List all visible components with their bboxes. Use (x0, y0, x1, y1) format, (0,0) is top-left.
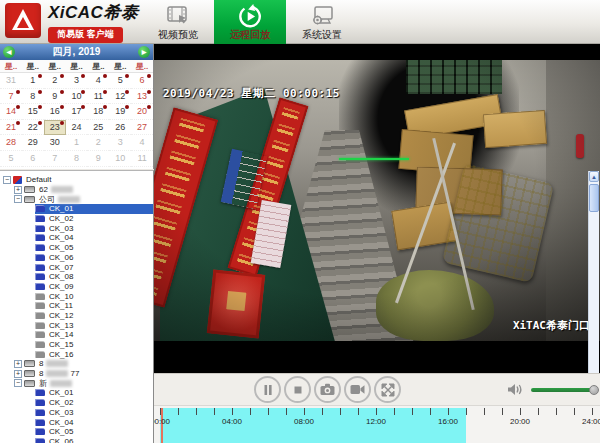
tree-item[interactable]: CK_07 (0, 262, 153, 272)
calendar-day[interactable]: 11 (131, 151, 153, 167)
tree-item[interactable]: CK_14 (0, 330, 153, 340)
calendar-day[interactable]: 4 (87, 73, 109, 89)
calendar-day[interactable]: 14 (0, 104, 22, 120)
volume-slider-thumb[interactable] (589, 385, 599, 395)
tree-item[interactable]: CK_15 (0, 340, 153, 350)
calendar-day[interactable]: 5 (0, 151, 22, 167)
tree-expander-plus-icon[interactable]: + (14, 186, 22, 194)
scrollbar-thumb[interactable] (589, 184, 599, 212)
calendar-day[interactable]: 6 (131, 73, 153, 89)
fullscreen-button[interactable] (374, 376, 401, 403)
tree-item[interactable]: +8 (0, 359, 153, 369)
calendar-day[interactable]: 3 (66, 73, 88, 89)
timeline-tick (286, 408, 287, 415)
tree-item[interactable]: CK_02 (0, 398, 153, 408)
calendar-next-month-button[interactable]: ▶ (138, 46, 150, 58)
tree-item[interactable]: CK_03 (0, 408, 153, 418)
video-playback-viewport[interactable]: 2019/04/23 星期二 00:00:15 XiTAC希泰门口 (154, 44, 600, 373)
tree-item[interactable]: CK_05 (0, 243, 153, 253)
calendar-day[interactable]: 29 (22, 135, 44, 151)
tree-item[interactable]: +877 (0, 369, 153, 379)
calendar-day[interactable]: 1 (22, 73, 44, 89)
calendar-prev-month-button[interactable]: ◀ (3, 46, 15, 58)
snapshot-button[interactable] (314, 376, 341, 403)
tree-item[interactable]: CK_09 (0, 282, 153, 292)
tree-item[interactable]: −公司 (0, 194, 153, 204)
calendar-day[interactable]: 8 (66, 151, 88, 167)
tree-expander-plus-icon[interactable]: + (14, 370, 22, 378)
calendar-day[interactable]: 12 (109, 89, 131, 105)
tree-item-body: 新 (24, 378, 153, 388)
calendar-day[interactable]: 19 (109, 104, 131, 120)
video-preview-button[interactable]: 视频预览 (142, 0, 214, 44)
calendar-day[interactable]: 21 (0, 120, 22, 136)
calendar-day[interactable]: 6 (22, 151, 44, 167)
tree-item[interactable]: CK_06 (0, 437, 153, 443)
calendar-day[interactable]: 20 (131, 104, 153, 120)
calendar-panel: ◀ 四月, 2019 ▶ 星..星..星..星..星..星..星.. 31123… (0, 44, 154, 169)
pause-button[interactable] (254, 376, 281, 403)
calendar-header: ◀ 四月, 2019 ▶ (0, 44, 153, 60)
calendar-day[interactable]: 9 (44, 89, 66, 105)
calendar-day[interactable]: 28 (0, 135, 22, 151)
calendar-day[interactable]: 27 (131, 120, 153, 136)
tree-item[interactable]: CK_01 (0, 388, 153, 398)
calendar-day[interactable]: 17 (66, 104, 88, 120)
tree-item[interactable]: CK_16 (0, 349, 153, 359)
calendar-day[interactable]: 7 (0, 89, 22, 105)
tree-item[interactable]: CK_08 (0, 272, 153, 282)
speaker-icon[interactable] (507, 383, 524, 396)
tree-expander-minus-icon[interactable]: − (14, 195, 22, 203)
tree-item[interactable]: CK_05 (0, 427, 153, 437)
calendar-day[interactable]: 10 (66, 89, 88, 105)
calendar-day[interactable]: 2 (87, 135, 109, 151)
calendar-day[interactable]: 9 (87, 151, 109, 167)
system-settings-button[interactable]: 系统设置 (286, 0, 358, 44)
tree-item[interactable]: CK_03 (0, 223, 153, 233)
calendar-day[interactable]: 11 (87, 89, 109, 105)
redacted-name-block (50, 380, 72, 387)
tree-item[interactable]: CK_02 (0, 214, 153, 224)
tree-item[interactable]: −Default (0, 175, 153, 185)
tree-expander-minus-icon[interactable]: − (14, 379, 22, 387)
calendar-day[interactable]: 24 (66, 120, 88, 136)
calendar-day[interactable]: 4 (131, 135, 153, 151)
calendar-day[interactable]: 26 (109, 120, 131, 136)
stop-button[interactable] (284, 376, 311, 403)
tree-item[interactable]: CK_10 (0, 291, 153, 301)
record-button[interactable] (344, 376, 371, 403)
scrollbar-up-icon[interactable]: ▲ (589, 171, 599, 182)
calendar-day[interactable]: 2 (44, 73, 66, 89)
calendar-day[interactable]: 8 (22, 89, 44, 105)
tree-item[interactable]: CK_13 (0, 320, 153, 330)
calendar-day[interactable]: 16 (44, 104, 66, 120)
calendar-day[interactable]: 1 (66, 135, 88, 151)
tree-item-body: CK_09 (35, 282, 153, 292)
tree-expander-minus-icon[interactable]: − (3, 176, 11, 184)
calendar-day[interactable]: 3 (109, 135, 131, 151)
calendar-day[interactable]: 31 (0, 73, 22, 89)
calendar-day[interactable]: 25 (87, 120, 109, 136)
tree-item[interactable]: CK_06 (0, 253, 153, 263)
tree-item[interactable]: CK_04 (0, 417, 153, 427)
remote-playback-button[interactable]: 远程回放 (214, 0, 286, 44)
calendar-day[interactable]: 23 (44, 120, 66, 136)
volume-slider[interactable] (531, 388, 595, 392)
tree-item[interactable]: −新 (0, 378, 153, 388)
calendar-day[interactable]: 30 (44, 135, 66, 151)
tree-item[interactable]: +62 (0, 185, 153, 195)
tree-expander-plus-icon[interactable]: + (14, 360, 22, 368)
recording-dot-icon (60, 90, 64, 94)
tree-item[interactable]: CK_04 (0, 233, 153, 243)
calendar-day[interactable]: 10 (109, 151, 131, 167)
tree-item[interactable]: CK_11 (0, 301, 153, 311)
calendar-day[interactable]: 22 (22, 120, 44, 136)
calendar-day[interactable]: 7 (44, 151, 66, 167)
tree-item[interactable]: CK_12 (0, 311, 153, 321)
calendar-day[interactable]: 15 (22, 104, 44, 120)
calendar-day[interactable]: 5 (109, 73, 131, 89)
calendar-day[interactable]: 13 (131, 89, 153, 105)
playback-timeline[interactable]: 00:0004:0008:0012:0016:0020:0024:00 (154, 405, 600, 443)
tree-item[interactable]: CK_01 (0, 204, 153, 214)
calendar-day[interactable]: 18 (87, 104, 109, 120)
